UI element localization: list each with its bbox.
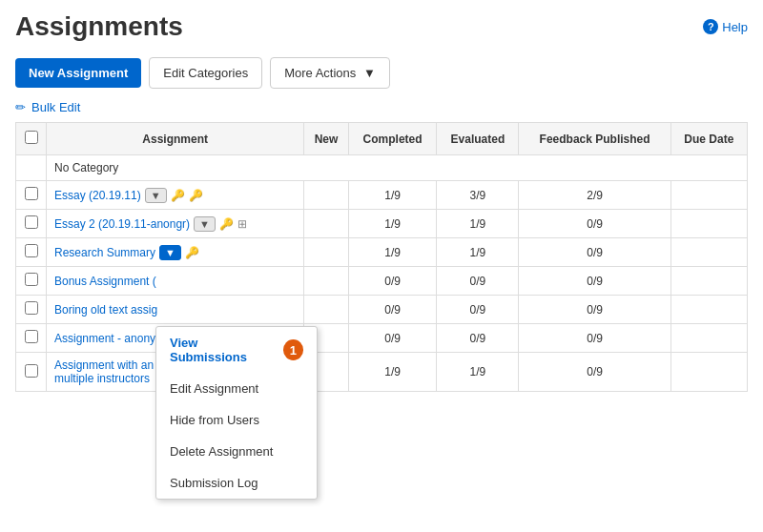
due-date-val [670,324,747,353]
assignment-dropdown-btn[interactable]: ▼ [145,188,167,203]
assignment-link[interactable]: Essay 2 (20.19.11-anongr) [54,217,190,231]
more-actions-button[interactable]: More Actions ▼ [270,57,390,89]
key-icon: 🔑 [185,246,199,259]
assignment-dropdown-btn[interactable]: ▼ [194,216,216,232]
toolbar: New Assignment Edit Categories More Acti… [0,50,763,96]
evaluated-val: 3/9 [437,181,519,210]
assignment-link[interactable]: Bonus Assignment ( [54,275,156,288]
new-val [304,267,349,296]
col-completed: Completed [348,123,437,155]
due-date-val [670,267,747,296]
no-category-row: No Category [16,155,748,181]
feedback-val: 2/9 [519,181,670,210]
col-feedback: Feedback Published [519,123,670,155]
key-icon: 🔑 [171,189,185,202]
completed-val: 0/9 [348,267,437,296]
no-category-label: No Category [47,155,748,181]
evaluated-val: 1/9 [437,210,519,238]
table-row: Essay 2 (20.19.11-anongr) ▼ 🔑 ⊞ 1/9 1/9 … [16,210,748,238]
col-due-date: Due Date [670,123,747,155]
feedback-val: 0/9 [519,267,670,296]
bulk-edit-bar: ✏ Bulk Edit [0,96,763,122]
assignment-dropdown-menu: View Submissions 1 Edit Assignment Hide … [155,326,318,500]
completed-val: 1/9 [348,210,437,238]
due-date-val [670,296,747,324]
select-all-header [16,123,47,155]
due-date-val [670,210,747,238]
page-title: Assignments [15,11,183,42]
badge: 1 [283,339,303,360]
help-icon: ? [703,19,718,34]
row-checkbox[interactable] [25,364,38,378]
row-icons: ▼ 🔑 [159,245,199,260]
table-row: Assignment - anony 0/9 0/9 0/9 [16,324,748,353]
assignment-dropdown-btn-active[interactable]: ▼ [159,245,181,260]
select-all-checkbox[interactable] [25,131,38,144]
new-val [304,210,349,238]
completed-val: 0/9 [348,296,437,324]
key-icon: 🔑 [219,217,234,231]
evaluated-val: 0/9 [437,296,519,324]
view-submissions-label: View Submissions [170,336,276,364]
completed-val: 1/9 [348,238,437,267]
table-row: Research Summary ▼ 🔑 1/9 1/9 0/9 [16,238,748,267]
help-label: Help [722,20,748,34]
grid-icon: ⊞ [237,217,247,231]
feedback-val: 0/9 [519,353,670,392]
row-icons: ▼ 🔑 🔑 [145,188,203,203]
evaluated-val: 0/9 [437,324,519,353]
assignments-table: Assignment New Completed Evaluated Feedb… [15,122,748,392]
evaluated-val: 1/9 [437,353,519,392]
row-checkbox[interactable] [25,215,38,229]
table-row: Boring old text assig 0/9 0/9 0/9 [16,296,748,324]
due-date-val [670,353,747,392]
table-row: Bonus Assignment ( 0/9 0/9 0/9 [16,267,748,296]
row-checkbox[interactable] [25,330,38,343]
dropdown-item-edit-assignment[interactable]: Edit Assignment [156,373,317,404]
row-checkbox[interactable] [25,301,38,315]
due-date-val [670,181,747,210]
dropdown-item-view-submissions[interactable]: View Submissions 1 [156,327,317,373]
table-row: Essay (20.19.11) ▼ 🔑 🔑 1/9 3/9 2/9 [16,181,748,210]
assignment-link[interactable]: Essay (20.19.11) [54,189,141,202]
feedback-val: 0/9 [519,324,670,353]
completed-val: 1/9 [348,353,437,392]
dropdown-item-submission-log[interactable]: Submission Log [156,467,317,499]
row-checkbox[interactable] [25,273,38,286]
evaluated-val: 0/9 [437,267,519,296]
col-new: New [304,123,349,155]
assignment-link[interactable]: Assignment with anmultiple instructors [54,358,154,385]
key2-icon: 🔑 [189,189,203,202]
col-assignment: Assignment [47,123,304,155]
bulk-edit-link[interactable]: Bulk Edit [31,100,80,114]
table-row: Assignment with anmultiple instructors 🔑… [16,353,748,392]
assignment-link[interactable]: Boring old text assig [54,303,157,317]
row-checkbox[interactable] [25,244,38,257]
dropdown-item-delete-assignment[interactable]: Delete Assignment [156,436,317,467]
assignments-table-wrapper: Assignment New Completed Evaluated Feedb… [0,122,763,392]
dropdown-item-hide-from-users[interactable]: Hide from Users [156,404,317,436]
due-date-val [670,238,747,267]
row-checkbox[interactable] [25,187,38,200]
new-val [304,181,349,210]
edit-categories-button[interactable]: Edit Categories [149,57,262,89]
evaluated-val: 1/9 [437,238,519,267]
completed-val: 1/9 [348,181,437,210]
more-actions-arrow-icon: ▼ [363,66,376,80]
help-link[interactable]: ? Help [703,19,748,34]
feedback-val: 0/9 [519,210,670,238]
col-evaluated: Evaluated [437,123,519,155]
completed-val: 0/9 [348,324,437,353]
pencil-icon: ✏ [15,100,26,114]
row-icons: ▼ 🔑 ⊞ [194,216,247,232]
new-val [304,238,349,267]
assignment-link[interactable]: Research Summary [54,246,155,259]
feedback-val: 0/9 [519,238,670,267]
new-assignment-button[interactable]: New Assignment [15,58,141,88]
new-val [304,296,349,324]
feedback-val: 0/9 [519,296,670,324]
assignment-link[interactable]: Assignment - anony [54,332,155,345]
